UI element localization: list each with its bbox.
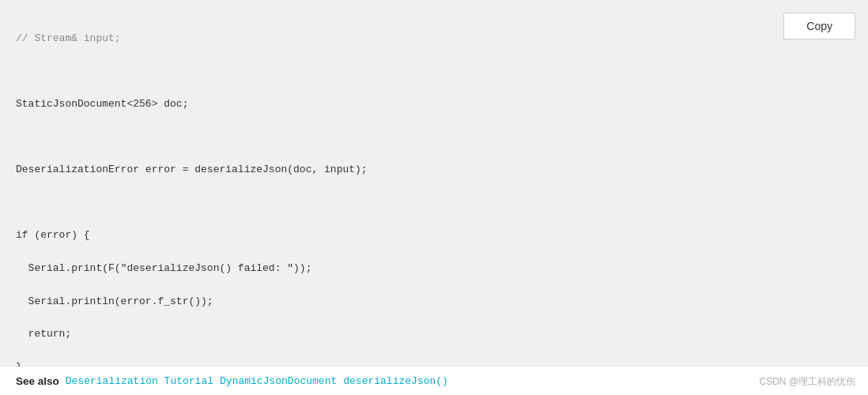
see-also-link-deserialization[interactable]: Deserialization Tutorial [66, 375, 213, 387]
code-line-5: DeserializationError error = deserialize… [16, 164, 368, 175]
watermark: CSDN @理工科的忧伤 [759, 375, 855, 389]
code-line-3: StaticJsonDocument<256> doc; [16, 98, 188, 110]
see-also-link-dynamicjsondocument[interactable]: DynamicJsonDocument [220, 375, 337, 387]
code-line-1: // Stream& input; [16, 32, 121, 44]
code-line-11: } [16, 361, 22, 367]
code-content: // Stream& input; StaticJsonDocument<256… [16, 14, 852, 367]
code-line-7: if (error) { [16, 229, 90, 241]
see-also-label: See also [16, 375, 59, 387]
footer-row: See also Deserialization Tutorial Dynami… [0, 367, 868, 395]
see-also-bar: See also Deserialization Tutorial Dynami… [0, 367, 868, 395]
comment-1: // Stream& input; [16, 32, 121, 44]
main-container: Copy // Stream& input; StaticJsonDocumen… [0, 0, 868, 395]
code-block: Copy // Stream& input; StaticJsonDocumen… [0, 0, 868, 367]
code-line-10: return; [16, 328, 71, 340]
code-line-8: Serial.print(F("deserializeJson() failed… [16, 262, 311, 274]
copy-button[interactable]: Copy [783, 13, 855, 40]
code-line-9: Serial.println(error.f_str()); [16, 295, 213, 307]
see-also-link-deserializejson[interactable]: deserializeJson() [343, 375, 448, 387]
